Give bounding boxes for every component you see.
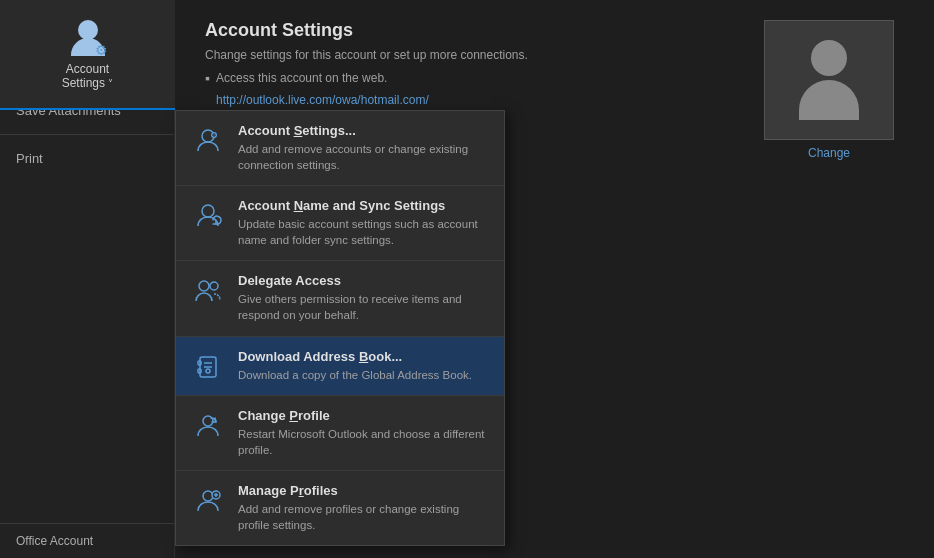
sync-settings-text: Account Name and Sync Settings Update ba… — [238, 198, 488, 248]
web-link-row: ▪ http://outlook.live.com/owa/hotmail.co… — [205, 92, 528, 108]
address-book-text: Download Address Book... Download a copy… — [238, 349, 488, 383]
dropdown-item-manage-profiles[interactable]: Manage Profiles Add and remove profiles … — [176, 471, 504, 545]
header-description: Change settings for this account or set … — [205, 47, 528, 64]
dropdown-item-change-profile[interactable]: Change Profile Restart Microsoft Outlook… — [176, 396, 504, 471]
dropdown-item-title: Manage Profiles — [238, 483, 488, 498]
dropdown-item-desc: Add and remove accounts or change existi… — [238, 141, 488, 173]
change-profile-svg — [194, 412, 222, 440]
header-link-row: ▪ Access this account on the web. — [205, 70, 528, 86]
web-link[interactable]: http://outlook.live.com/owa/hotmail.com/ — [216, 93, 429, 107]
delegate-text: Delegate Access Give others permission t… — [238, 273, 488, 323]
svg-point-2 — [202, 205, 214, 217]
manage-profiles-svg — [194, 487, 222, 515]
person-head-icon — [78, 20, 98, 40]
account-settings-text: Account Settings... Add and remove accou… — [238, 123, 488, 173]
avatar-person — [794, 40, 864, 120]
dropdown-item-desc: Restart Microsoft Outlook and choose a d… — [238, 426, 488, 458]
account-settings-icon — [192, 125, 224, 157]
sync-settings-icon — [192, 200, 224, 232]
dropdown-item-account-settings[interactable]: Account Settings... Add and remove accou… — [176, 111, 504, 186]
avatar-body — [799, 80, 859, 120]
svg-point-8 — [206, 369, 210, 373]
dropdown-item-desc: Give others permission to receive items … — [238, 291, 488, 323]
access-text: Access this account on the web. — [216, 71, 387, 85]
change-profile-icon — [192, 410, 224, 442]
dropdown-item-delegate[interactable]: Delegate Access Give others permission t… — [176, 261, 504, 336]
account-icon: ⚙ — [68, 18, 108, 58]
delegate-icon — [192, 275, 224, 307]
account-button-label: Account Settings ˅ — [62, 62, 114, 90]
avatar-area: Change — [764, 20, 894, 160]
sync-settings-svg — [194, 202, 222, 230]
avatar-change-link[interactable]: Change — [808, 146, 850, 160]
svg-point-3 — [199, 281, 209, 291]
dropdown-item-desc: Download a copy of the Global Address Bo… — [238, 367, 488, 383]
avatar-head — [811, 40, 847, 76]
sidebar-item-print[interactable]: Print — [0, 141, 174, 176]
dropdown-item-desc: Add and remove profiles or change existi… — [238, 501, 488, 533]
change-profile-text: Change Profile Restart Microsoft Outlook… — [238, 408, 488, 458]
dropdown-item-title: Account Settings... — [238, 123, 488, 138]
avatar-box — [764, 20, 894, 140]
dropdown-item-title: Account Name and Sync Settings — [238, 198, 488, 213]
account-settings-button[interactable]: ⚙ Account Settings ˅ — [0, 0, 175, 110]
manage-profiles-text: Manage Profiles Add and remove profiles … — [238, 483, 488, 533]
dropdown-arrow-icon: ˅ — [108, 78, 113, 89]
gear-icon: ⚙ — [95, 42, 108, 58]
address-book-icon — [192, 351, 224, 383]
dropdown-item-title: Change Profile — [238, 408, 488, 423]
address-book-svg — [194, 353, 222, 381]
account-settings-dropdown: Account Settings... Add and remove accou… — [175, 110, 505, 546]
dropdown-item-desc: Update basic account settings such as ac… — [238, 216, 488, 248]
account-settings-svg — [194, 127, 222, 155]
page-title: Account Settings — [205, 20, 528, 41]
manage-profiles-icon — [192, 485, 224, 517]
office-account-link[interactable]: Office Account — [0, 523, 175, 558]
dropdown-item-sync-settings[interactable]: Account Name and Sync Settings Update ba… — [176, 186, 504, 261]
dropdown-item-title: Delegate Access — [238, 273, 488, 288]
delegate-svg — [194, 277, 222, 305]
svg-point-4 — [210, 282, 218, 290]
dropdown-item-address-book[interactable]: Download Address Book... Download a copy… — [176, 337, 504, 396]
dropdown-item-title: Download Address Book... — [238, 349, 488, 364]
